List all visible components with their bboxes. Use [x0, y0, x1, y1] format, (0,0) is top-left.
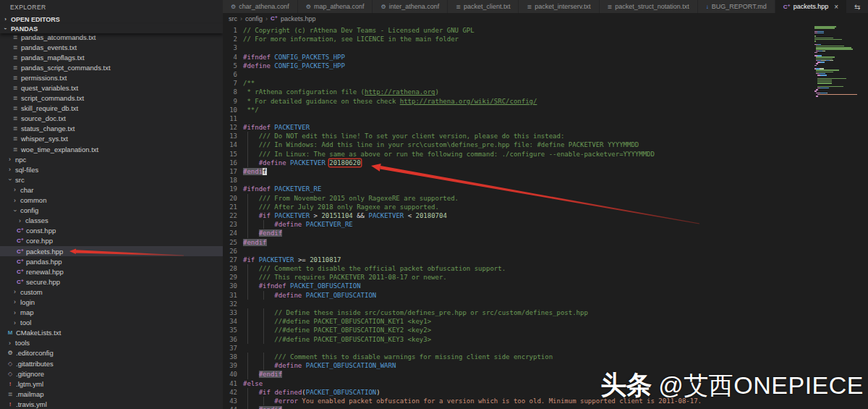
breadcrumb[interactable]: src›config›C⁺packets.hpp	[223, 13, 868, 24]
code-line[interactable]: 22 #if PACKETVER > 20151104 && PACKETVER…	[223, 211, 868, 220]
code-line[interactable]: 9 * For detailed guidance on these check…	[223, 97, 868, 106]
tree-item-script-commands-txt[interactable]: ≣script_commands.txt	[0, 93, 223, 104]
line-number[interactable]: 14	[223, 140, 237, 149]
line-number[interactable]: 29	[223, 273, 237, 282]
code-line[interactable]: 35 //#define PACKET_OBFUSCATION_KEY2 <ke…	[223, 326, 868, 334]
tree-item-whisper-sys-txt[interactable]: ≣whisper_sys.txt	[0, 134, 223, 144]
tree-item-map[interactable]: ›map	[0, 308, 223, 318]
code-line[interactable]: 20 /// From November 2015 only RagexeRE …	[223, 194, 868, 203]
breadcrumb-item-src[interactable]: src	[229, 15, 237, 22]
line-number[interactable]: 5	[223, 62, 237, 70]
line-number[interactable]: 39	[223, 361, 237, 370]
tab-bug-report-md[interactable]: ↓BUG_REPORT.md	[698, 0, 775, 13]
code-line[interactable]: 27#if PACKETVER >= 20110817	[223, 256, 868, 264]
line-number[interactable]: 31	[223, 291, 237, 300]
line-number[interactable]: 4	[223, 53, 237, 62]
tree-item-skill-require-db-txt[interactable]: ≣skill_require_db.txt	[0, 104, 223, 114]
line-number[interactable]: 15	[223, 150, 237, 159]
line-number[interactable]: 36	[223, 335, 237, 344]
code-line[interactable]: 12#ifndef PACKETVER	[223, 123, 868, 132]
tree-item-tools[interactable]: ›tools	[0, 338, 223, 348]
line-number[interactable]: 43	[223, 397, 237, 405]
tree-item-pandas-atcommands-txt[interactable]: ≣pandas_atcommands.txt	[0, 32, 223, 42]
code-line[interactable]: 3	[223, 43, 868, 52]
tree-item-config[interactable]: ›config	[0, 206, 223, 216]
code-line[interactable]: 28 /// Comment to disable the official p…	[223, 264, 868, 273]
tree-item--editorconfig[interactable]: ⚙.editorconfig	[0, 348, 223, 358]
line-number[interactable]: 2	[223, 35, 237, 43]
code-line[interactable]: 10 **/	[223, 106, 868, 114]
code-line[interactable]: 4#ifndef CONFIG_PACKETS_HPP	[223, 53, 868, 62]
line-number[interactable]: 20	[223, 194, 237, 203]
code-line[interactable]: 6	[223, 70, 868, 79]
code-line[interactable]: 11	[223, 114, 868, 123]
minimap[interactable]	[814, 26, 867, 97]
line-number[interactable]: 18	[223, 176, 237, 185]
line-number[interactable]: 11	[223, 114, 237, 123]
line-number[interactable]: 24	[223, 229, 237, 237]
line-number[interactable]: 28	[223, 264, 237, 273]
code-line[interactable]: 32	[223, 300, 868, 308]
code-line[interactable]: 38 /// Comment this to disable warnings …	[223, 353, 868, 361]
pandas-section[interactable]: › PANDAS	[0, 24, 223, 33]
code-line[interactable]: 13 /// Do NOT edit this line! To set you…	[223, 132, 868, 140]
code-line[interactable]: 29 /// This requires PACKETVER 2011-08-1…	[223, 273, 868, 282]
tab-packet-struct-notation-txt[interactable]: ≣packet_struct_notation.txt	[600, 0, 697, 13]
line-number[interactable]: 26	[223, 247, 237, 256]
code-line[interactable]: 7/**	[223, 79, 868, 88]
line-number[interactable]: 25	[223, 238, 237, 247]
tab-char-athena-conf[interactable]: ⚙char_athena.conf	[223, 0, 297, 13]
tree-item-packets-hpp[interactable]: C⁺packets.hpp	[0, 246, 223, 256]
tree-item-classes[interactable]: ›classes	[0, 216, 223, 226]
code-line[interactable]: 24 #endif	[223, 229, 868, 237]
code-line[interactable]: 2// For more information, see LICENCE in…	[223, 35, 868, 43]
tab-packet-interserv-txt[interactable]: ≣packet_interserv.txt	[519, 0, 598, 13]
tree-item-cmakelists-txt[interactable]: MCMakeLists.txt	[0, 328, 223, 338]
code-line[interactable]: 21 /// After July 2018 only Ragexe are s…	[223, 203, 868, 211]
tree-item--gitignore[interactable]: ◇.gitignore	[0, 368, 223, 379]
open-changes-icon[interactable]: ⇆	[854, 3, 860, 11]
line-number[interactable]: 30	[223, 282, 237, 290]
tree-item-custom[interactable]: ›custom	[0, 287, 223, 297]
code-line[interactable]: 30 #ifndef PACKET_OBFUSCATION	[223, 282, 868, 290]
line-number[interactable]: 33	[223, 308, 237, 317]
tree-item-status-change-txt[interactable]: ≣status_change.txt	[0, 124, 223, 134]
line-number[interactable]: 3	[223, 43, 237, 52]
tree-item-secure-hpp[interactable]: C⁺secure.hpp	[0, 277, 223, 287]
line-number[interactable]: 42	[223, 388, 237, 397]
tree-item-common[interactable]: ›common	[0, 195, 223, 206]
line-number[interactable]: 34	[223, 317, 237, 326]
tab-map-athena-conf[interactable]: ⚙map_athena.conf	[298, 0, 373, 13]
tree-item-pandas-hpp[interactable]: C⁺pandas.hpp	[0, 256, 223, 266]
code-line[interactable]: 17#endif	[223, 167, 868, 176]
code-line[interactable]: 5#define CONFIG_PACKETS_HPP	[223, 62, 868, 70]
line-number[interactable]: 16	[223, 159, 237, 167]
line-number[interactable]: 12	[223, 123, 237, 132]
tab-packet-client-txt[interactable]: ≣packet_client.txt	[448, 0, 518, 13]
open-editors-section[interactable]: › OPEN EDITORS	[0, 14, 223, 24]
line-number[interactable]: 13	[223, 132, 237, 140]
line-number[interactable]: 37	[223, 344, 237, 353]
line-number[interactable]: 6	[223, 70, 237, 79]
code-line[interactable]: 33 // Define these inside src/custom/def…	[223, 308, 868, 317]
code-line[interactable]: 44 #endif	[223, 405, 868, 409]
tree-item-quest-variables-txt[interactable]: ≣quest_variables.txt	[0, 83, 223, 93]
tree-item-tool[interactable]: ›tool	[0, 318, 223, 328]
line-number[interactable]: 32	[223, 300, 237, 308]
code-line[interactable]: 19#ifndef PACKETVER_RE	[223, 185, 868, 193]
line-number[interactable]: 19	[223, 185, 237, 193]
tree-item-pandas-events-txt[interactable]: ≣pandas_events.txt	[0, 42, 223, 52]
tree-item-npc[interactable]: ›npc	[0, 154, 223, 164]
line-number[interactable]: 7	[223, 79, 237, 88]
tree-item-core-hpp[interactable]: C⁺core.hpp	[0, 236, 223, 246]
line-number[interactable]: 21	[223, 203, 237, 211]
code-line[interactable]: 34 //#define PACKET_OBFUSCATION_KEY1 <ke…	[223, 317, 868, 326]
breadcrumb-item-packets-hpp[interactable]: packets.hpp	[281, 15, 316, 22]
code-line[interactable]: 37	[223, 344, 868, 353]
line-number[interactable]: 17	[223, 167, 237, 176]
code-line[interactable]: 1// Copyright (c) rAthena Dev Teams - Li…	[223, 26, 868, 35]
tree-item--lgtm-yml[interactable]: !.lgtm.yml	[0, 379, 223, 389]
code-line[interactable]: 16 #define PACKETVER 20180620	[223, 159, 868, 167]
code-line[interactable]: 15 /// In Linux: The same as above or ru…	[223, 150, 868, 159]
line-number[interactable]: 8	[223, 88, 237, 96]
